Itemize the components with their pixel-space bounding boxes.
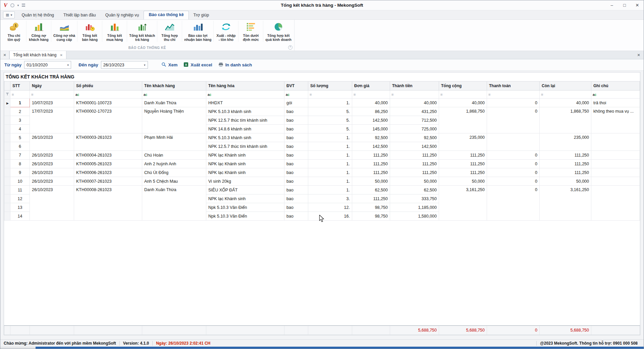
cell[interactable]: [591, 160, 640, 168]
cell[interactable]: 1.: [308, 151, 352, 160]
cell[interactable]: KTH00003-261023: [74, 133, 142, 151]
cell[interactable]: Danh Xuân Thừa: [142, 99, 206, 107]
cell[interactable]: trả thoi: [591, 99, 640, 107]
cell[interactable]: Phạm Minh Hải: [142, 133, 206, 151]
cell[interactable]: [487, 133, 540, 151]
cell[interactable]: 3.: [308, 194, 352, 203]
cell[interactable]: KTH00008-261023: [74, 186, 142, 221]
cell[interactable]: bao: [284, 168, 308, 177]
cell[interactable]: Npk 5.10.3 Văn Điển: [206, 212, 284, 221]
cell[interactable]: NPK lạc Khánh sinh: [206, 168, 284, 177]
minimize-button[interactable]: –: [605, 0, 618, 10]
cell[interactable]: 5: [10, 133, 30, 142]
cell[interactable]: 40,000: [540, 99, 591, 107]
button-customer-returns-summary[interactable]: Tổng kết khách trả hàng: [127, 21, 157, 42]
cell[interactable]: 235,000: [439, 133, 487, 151]
filter-cell[interactable]: =: [10, 91, 30, 99]
cell[interactable]: 50,000: [439, 177, 487, 186]
filter-cell[interactable]: ac: [284, 91, 308, 99]
cell[interactable]: bao: [284, 186, 308, 194]
cell[interactable]: 111,250: [352, 194, 390, 203]
button-profit-report[interactable]: Báo cáo lợi nhuận bán hàng: [182, 21, 214, 42]
button-sales-summary[interactable]: Tổng kết bán hàng: [77, 21, 102, 42]
quick-access-caret-icon[interactable]: ▾: [17, 4, 19, 7]
cell[interactable]: 12: [10, 194, 30, 203]
cell[interactable]: 111,250: [390, 160, 439, 168]
cell[interactable]: KTH00004-261023: [74, 151, 142, 160]
cell[interactable]: 0: [487, 160, 540, 168]
cell[interactable]: bao: [284, 212, 308, 221]
cell[interactable]: bao: [284, 107, 308, 116]
cell[interactable]: 13: [10, 203, 30, 212]
cell[interactable]: 3: [10, 116, 30, 125]
cell[interactable]: NPK lạc Khánh sinh: [206, 160, 284, 168]
cell[interactable]: 1.: [308, 160, 352, 168]
cell[interactable]: 0: [487, 107, 540, 133]
cell[interactable]: bao: [284, 177, 308, 186]
close-document-button[interactable]: ✕: [0, 51, 9, 59]
cell[interactable]: 3,161,250: [439, 186, 487, 221]
cell[interactable]: 8: [10, 160, 30, 168]
cell[interactable]: KTH00006-261023: [74, 168, 142, 177]
cell[interactable]: 111,250: [540, 168, 591, 177]
to-date-picker[interactable]: 26/10/2023 ▾: [101, 61, 148, 69]
cell[interactable]: [591, 177, 640, 186]
cell[interactable]: Anh 5 Chệch Mau: [142, 177, 206, 186]
cell[interactable]: 98,750: [352, 203, 390, 212]
cell[interactable]: 16.: [308, 212, 352, 221]
cell[interactable]: 6: [10, 142, 30, 151]
cell[interactable]: 26/10/2023: [30, 177, 74, 186]
button-inventory-in-out[interactable]: Xuất - nhập - tồn kho: [214, 21, 238, 42]
cell[interactable]: bao: [284, 142, 308, 151]
cell[interactable]: KTH00002-170723: [74, 107, 142, 133]
filter-cell[interactable]: =: [352, 91, 390, 99]
button-customer-debt[interactable]: Công nợ khách hàng: [26, 21, 51, 42]
column-header-receipt[interactable]: Số phiếu: [74, 81, 142, 91]
filter-cell[interactable]: ac: [74, 91, 142, 99]
cell[interactable]: 142,500: [390, 142, 439, 151]
cell[interactable]: 1.: [308, 186, 352, 194]
cell[interactable]: 1,868,750: [540, 107, 591, 133]
ribbon-tab-reports[interactable]: Báo cáo thống kê: [144, 11, 189, 19]
cell[interactable]: 111,250: [352, 151, 390, 160]
cell[interactable]: 1.: [308, 142, 352, 151]
cell[interactable]: 0: [487, 99, 540, 107]
cell[interactable]: KTH00001-100723: [74, 99, 142, 107]
cell[interactable]: 111,250: [390, 168, 439, 177]
cell[interactable]: Npk 5.10.3 Văn Điển: [206, 203, 284, 212]
cell[interactable]: 40,000: [439, 99, 487, 107]
cell[interactable]: bao: [284, 203, 308, 212]
cell[interactable]: 0: [487, 177, 540, 186]
cell[interactable]: 62,500: [352, 186, 390, 194]
chevron-down-icon[interactable]: ▾: [65, 63, 71, 67]
tabbar-close-icon[interactable]: ✕: [634, 51, 644, 59]
document-tab-close-icon[interactable]: ✕: [60, 53, 62, 57]
table-row[interactable]: 9 26/10/2023 KTH00006-261023 Chú Út Đổng…: [4, 168, 640, 177]
filter-cell[interactable]: =: [30, 91, 74, 99]
filter-cell[interactable]: =: [439, 91, 487, 99]
ribbon-tab-system[interactable]: Quản trị hệ thống: [17, 11, 59, 19]
cell[interactable]: 5.: [308, 107, 352, 116]
column-header-product[interactable]: Tên hàng hóa: [206, 81, 284, 91]
table-row[interactable]: 7 26/10/2023 KTH00004-261023 Chú Hoàn NP…: [4, 151, 640, 160]
cell[interactable]: 50,000: [540, 177, 591, 186]
cell[interactable]: [591, 168, 640, 177]
cell[interactable]: 111,250: [390, 151, 439, 160]
column-header-stt[interactable]: STT: [10, 81, 30, 91]
cell[interactable]: 11: [10, 186, 30, 194]
column-header-qty[interactable]: Số lượng: [308, 81, 352, 91]
cell[interactable]: 86,250: [352, 107, 390, 116]
cell[interactable]: 111,250: [439, 160, 487, 168]
cell[interactable]: 1.: [308, 99, 352, 107]
cell[interactable]: 9: [10, 168, 30, 177]
column-header-amount[interactable]: Thành tiền: [390, 81, 439, 91]
cell[interactable]: [591, 133, 640, 151]
filter-cell[interactable]: ac: [591, 91, 640, 99]
cell[interactable]: HHDXT: [206, 99, 284, 107]
cell[interactable]: bao: [284, 125, 308, 133]
cell[interactable]: 26/10/2023: [30, 133, 74, 151]
cell[interactable]: gói: [284, 99, 308, 107]
button-purchase-summary[interactable]: Tổng kết mua hàng: [102, 21, 127, 42]
cell[interactable]: NPK 12.5.7 thúc tím khánh sinh: [206, 116, 284, 125]
filter-cell[interactable]: ac: [206, 91, 284, 99]
